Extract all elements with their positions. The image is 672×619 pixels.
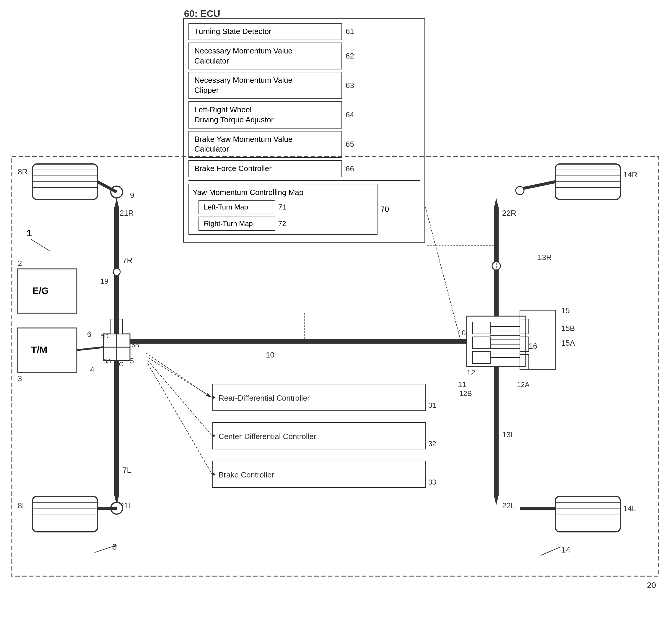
svg-text:1: 1 — [26, 228, 32, 238]
svg-point-42 — [113, 268, 120, 275]
svg-text:Rear-Differential Controller: Rear-Differential Controller — [219, 394, 310, 402]
left-right-wheel-adjustor: Left-Right WheelDriving Torque Adjustor — [189, 101, 342, 129]
ecu-module-62: Necessary Momentum ValueCalculator 62 — [189, 43, 420, 70]
svg-text:3: 3 — [18, 374, 22, 383]
brake-force-controller: Brake Force Controller — [189, 160, 342, 177]
turning-state-detector: Turning State Detector — [189, 23, 342, 40]
svg-text:16: 16 — [529, 342, 537, 350]
svg-rect-90 — [555, 164, 620, 199]
svg-text:15: 15 — [561, 306, 570, 315]
svg-text:21R: 21R — [120, 209, 134, 217]
right-turn-map-num: 72 — [278, 219, 286, 228]
svg-marker-23 — [467, 339, 475, 343]
svg-text:13R: 13R — [538, 253, 552, 262]
svg-rect-55 — [467, 316, 526, 366]
svg-text:6: 6 — [87, 330, 91, 339]
brake-yaw-momentum-calculator: Brake Yaw Momentum ValueCalculator — [189, 131, 342, 158]
svg-marker-82 — [494, 198, 498, 207]
left-turn-map: Left-Turn Map — [199, 200, 275, 214]
svg-text:11: 11 — [458, 380, 466, 389]
svg-line-117 — [148, 357, 212, 397]
svg-marker-118 — [212, 395, 216, 400]
svg-text:22L: 22L — [502, 501, 515, 510]
svg-rect-11 — [103, 334, 130, 360]
svg-text:8L: 8L — [18, 501, 26, 510]
svg-rect-111 — [213, 422, 425, 449]
module-num-62: 62 — [346, 51, 354, 61]
svg-text:8R: 8R — [18, 167, 27, 176]
ecu-module-63: Necessary Momentum ValueClipper 63 — [189, 72, 420, 99]
svg-rect-98 — [555, 496, 620, 532]
svg-rect-114 — [213, 461, 425, 487]
ecu-module-64: Left-Right WheelDriving Torque Adjustor … — [189, 101, 420, 129]
svg-line-110 — [146, 353, 211, 397]
yaw-map-num: 70 — [380, 205, 389, 214]
svg-rect-71 — [520, 310, 555, 369]
svg-text:5A: 5A — [103, 357, 111, 365]
svg-line-121 — [148, 363, 212, 474]
svg-text:15B: 15B — [561, 324, 575, 333]
svg-text:9: 9 — [130, 191, 134, 200]
svg-line-96 — [520, 182, 555, 189]
svg-text:33: 33 — [428, 478, 436, 486]
svg-point-84 — [492, 262, 500, 270]
svg-rect-58 — [473, 352, 490, 363]
svg-marker-30 — [115, 496, 119, 505]
diagram-container: 60: ECU Turning State Detector 61 Necess… — [0, 0, 672, 619]
svg-text:10: 10 — [266, 350, 275, 359]
svg-text:Brake Controller: Brake Controller — [219, 470, 274, 479]
svg-text:12A: 12A — [517, 381, 530, 389]
svg-rect-74 — [520, 355, 529, 369]
svg-rect-57 — [473, 337, 490, 349]
svg-rect-107 — [213, 384, 425, 411]
svg-text:5D: 5D — [100, 332, 109, 340]
svg-text:T/M: T/M — [31, 345, 47, 355]
svg-point-32 — [111, 186, 123, 198]
right-turn-map: Right-Turn Map — [199, 217, 275, 231]
svg-point-97 — [516, 187, 524, 195]
svg-text:Center-Differential Controller: Center-Differential Controller — [219, 432, 316, 441]
svg-rect-7 — [18, 328, 77, 372]
svg-rect-44 — [32, 496, 97, 532]
svg-line-126 — [425, 207, 461, 341]
svg-line-119 — [148, 360, 212, 436]
svg-marker-27 — [115, 198, 119, 207]
svg-text:10A: 10A — [458, 329, 470, 337]
yaw-map-header: Yaw Momentum Controlling Map — [193, 188, 303, 197]
svg-text:12B: 12B — [459, 390, 472, 397]
svg-line-19 — [77, 347, 103, 350]
svg-text:12: 12 — [467, 368, 475, 377]
svg-text:7L: 7L — [123, 466, 131, 475]
svg-text:5B: 5B — [132, 341, 139, 349]
svg-marker-87 — [494, 496, 498, 505]
svg-text:32: 32 — [428, 440, 436, 448]
svg-text:7R: 7R — [123, 256, 132, 265]
svg-rect-56 — [473, 322, 490, 334]
svg-text:5: 5 — [130, 357, 134, 365]
svg-rect-34 — [32, 164, 97, 199]
ecu-label: 60: ECU — [184, 8, 220, 19]
module-num-64: 64 — [346, 110, 354, 119]
svg-text:14R: 14R — [623, 170, 638, 179]
module-num-61: 61 — [346, 27, 354, 36]
svg-text:31: 31 — [428, 401, 436, 409]
svg-rect-21 — [111, 319, 123, 334]
svg-text:8: 8 — [112, 542, 117, 551]
ecu-module-65: Brake Yaw Momentum ValueCalculator 65 — [189, 131, 420, 158]
module-num-63: 63 — [346, 81, 354, 90]
svg-text:E/G: E/G — [32, 285, 49, 296]
svg-point-50 — [111, 502, 123, 514]
necessary-momentum-calculator: Necessary Momentum ValueCalculator — [189, 43, 342, 70]
svg-marker-120 — [212, 434, 216, 438]
ecu-module-66: Brake Force Controller 66 — [189, 160, 420, 177]
svg-text:19: 19 — [100, 277, 108, 285]
svg-line-54 — [94, 545, 117, 553]
svg-line-40 — [97, 182, 117, 192]
svg-rect-4 — [18, 269, 77, 313]
svg-line-3 — [31, 239, 50, 251]
module-num-65: 65 — [346, 140, 354, 149]
svg-text:13L: 13L — [502, 430, 515, 439]
svg-text:2: 2 — [18, 259, 22, 268]
yaw-map-container: Yaw Momentum Controlling Map Left-Turn M… — [189, 184, 420, 235]
svg-text:14L: 14L — [623, 504, 636, 513]
